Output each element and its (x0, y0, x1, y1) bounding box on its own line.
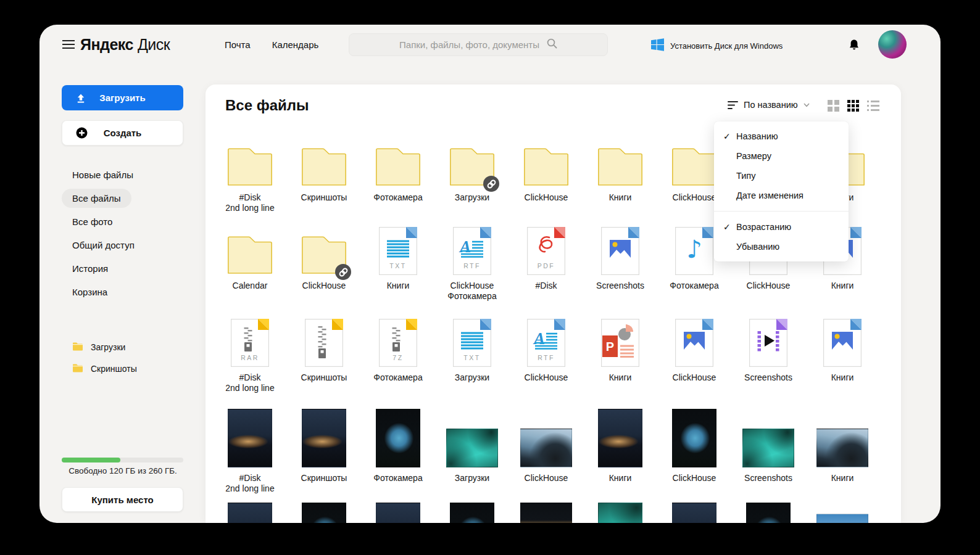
search-input[interactable]: Папки, файлы, фото, документы (349, 33, 608, 56)
photo-thumbnail (598, 503, 642, 523)
buy-space-button[interactable]: Купить место (62, 487, 183, 512)
svg-text:P: P (606, 340, 614, 353)
sidebar-folder-shortcut[interactable]: Загрузки (72, 340, 137, 355)
folder-item[interactable]: Загрузки (438, 146, 507, 227)
search-placeholder: Папки, файлы, фото, документы (399, 39, 539, 50)
file-name: ClickHouse (302, 281, 346, 291)
sidebar-folder-shortcut[interactable]: Скриншоты (72, 361, 137, 376)
sidebar-item[interactable]: Общий доступ (72, 233, 135, 257)
photo-item[interactable] (808, 503, 877, 523)
file-item[interactable]: ARTFClickHouse (512, 319, 581, 409)
folder-item[interactable]: ClickHouse (289, 227, 359, 319)
file-item[interactable]: TXTЗагрузки (438, 319, 507, 409)
sort-menu-item[interactable]: ✓Названию (714, 126, 849, 146)
file-name: #Disk2nd long line (225, 192, 274, 213)
photo-item[interactable]: #Disk2nd long line (215, 409, 284, 503)
file-item[interactable]: ClickHouse (660, 319, 729, 409)
install-disk-link[interactable]: Установить Диск для Windows (651, 38, 783, 53)
plus-icon (76, 127, 88, 139)
create-button[interactable]: Создать (62, 120, 183, 146)
photo-item[interactable] (363, 503, 433, 523)
rtf-icon: ARTF (453, 227, 491, 275)
txt-icon: TXT (379, 227, 417, 275)
photo-thumbnail (228, 409, 272, 467)
file-item[interactable]: PDF#Disk (512, 227, 581, 319)
header-nav-link[interactable]: Почта (225, 39, 251, 50)
file-name: Фотокамера (373, 372, 422, 383)
sort-menu-item[interactable]: Размеру (714, 146, 849, 166)
chevron-down-icon (804, 103, 810, 107)
photo-item[interactable] (734, 503, 803, 523)
sidebar-folder-label: Загрузки (91, 342, 125, 352)
folder-item[interactable]: Calendar (215, 227, 284, 319)
sort-menu-item[interactable]: ✓Возрастанию (714, 217, 849, 237)
photo-item[interactable]: Скриншоты (289, 409, 359, 503)
photo-thumbnail (450, 503, 494, 523)
folder-item[interactable]: Скриншоты (289, 146, 359, 227)
file-item[interactable]: Screenshots (586, 227, 655, 319)
photo-item[interactable]: Книги (808, 409, 877, 503)
sort-menu-item[interactable]: Типу (714, 166, 849, 186)
view-large-tiles-button[interactable] (828, 100, 839, 112)
shared-link-badge (335, 264, 351, 280)
img-icon (601, 227, 639, 275)
logo-product: Диск (138, 36, 170, 53)
folder-item[interactable]: Книги (586, 146, 655, 227)
upload-button-label: Загрузить (99, 92, 145, 103)
photo-item[interactable]: Книги (586, 409, 655, 503)
sidebar-item[interactable]: Новые файлы (72, 163, 135, 186)
folder-icon (301, 147, 347, 187)
folder-item[interactable]: #Disk2nd long line (215, 146, 284, 227)
view-tiles-button[interactable] (847, 100, 859, 112)
photo-item[interactable]: Фотокамера (363, 409, 433, 503)
folder-item[interactable]: Фотокамера (363, 146, 433, 227)
photo-item[interactable] (215, 503, 284, 523)
upload-button[interactable]: Загрузить (62, 85, 183, 110)
folder-item[interactable]: ClickHouse (512, 146, 581, 227)
page-title: Все файлы (225, 97, 309, 114)
photo-item[interactable]: Screenshots (734, 409, 803, 503)
menu-icon[interactable] (62, 40, 75, 50)
sidebar-item[interactable]: Все фото (72, 210, 135, 233)
file-item[interactable]: RAR#Disk2nd long line (215, 319, 284, 409)
file-item[interactable]: ARTFClickHouseФотокамера (438, 227, 507, 319)
photo-item[interactable]: ClickHouse (512, 409, 581, 503)
photo-item[interactable] (586, 503, 655, 523)
sort-menu-item[interactable]: Убыванию (714, 237, 849, 257)
file-item[interactable]: 7ZФотокамера (363, 319, 433, 409)
file-name: ClickHouse (747, 281, 791, 291)
photo-item[interactable] (512, 503, 581, 523)
file-name: ClickHouse (525, 192, 568, 203)
file-item[interactable]: Screenshots (734, 319, 803, 409)
file-name: ClickHouse (525, 372, 568, 383)
header-nav-link[interactable]: Календарь (272, 39, 319, 50)
view-switcher (828, 100, 879, 112)
photo-item[interactable]: Загрузки (438, 409, 507, 503)
file-item[interactable]: Скриншоты (289, 319, 359, 409)
storage-progress-bar (62, 458, 183, 462)
sidebar-item[interactable]: Все файлы (72, 186, 135, 210)
sort-control[interactable]: По названию (728, 100, 810, 110)
folder-icon (523, 147, 570, 187)
folder-icon (301, 236, 347, 275)
folder-icon (375, 147, 421, 187)
avatar[interactable] (878, 30, 907, 59)
file-name: Загрузки (455, 473, 489, 483)
file-item[interactable]: PКниги (586, 319, 655, 409)
file-item[interactable]: Книги (808, 319, 877, 409)
photo-thumbnail (302, 503, 346, 523)
folder-icon (226, 147, 273, 187)
zip-icon (305, 319, 343, 367)
yandex-disk-logo[interactable]: ЯндексДиск (80, 36, 170, 54)
notifications-bell-icon[interactable] (848, 39, 860, 51)
photo-item[interactable] (660, 503, 729, 523)
photo-item[interactable] (438, 503, 507, 523)
photo-item[interactable]: ClickHouse (660, 409, 729, 503)
sidebar-item[interactable]: Корзина (72, 280, 135, 303)
photo-item[interactable] (289, 503, 359, 523)
file-item[interactable]: TXTКниги (363, 227, 433, 319)
view-list-button[interactable] (867, 101, 879, 111)
sidebar-item[interactable]: История (72, 257, 135, 280)
svg-text:RTF: RTF (538, 354, 555, 361)
sort-menu-item[interactable]: Дате изменения (714, 186, 849, 205)
